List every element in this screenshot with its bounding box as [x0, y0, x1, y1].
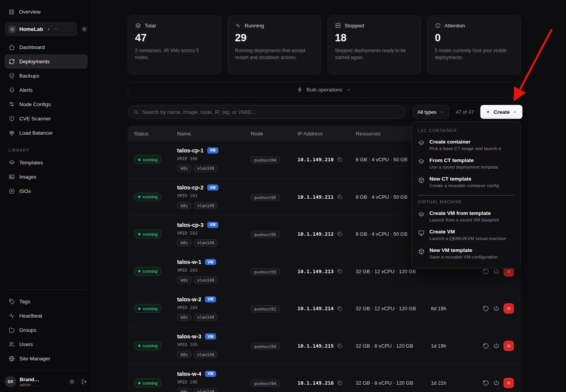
stop-button[interactable] [503, 341, 514, 351]
tag-chip[interactable]: vlan149 [194, 276, 218, 284]
sidebar-item-load-balancer[interactable]: Load Balancer [5, 126, 88, 140]
alert-circle-icon [435, 22, 441, 29]
menu-item-create-vm[interactable]: Create VMLaunch a QEMU/KVM virtual machi… [418, 226, 514, 244]
copy-icon[interactable] [337, 380, 343, 386]
sidebar-item-users[interactable]: Users [5, 337, 88, 351]
org-settings-gear-icon[interactable] [81, 26, 88, 32]
disc-icon [8, 188, 15, 194]
node-chip[interactable]: pvehost05 [251, 194, 280, 201]
user-settings-gear-icon[interactable] [69, 378, 75, 385]
sidebar-item-dashboard[interactable]: Dashboard [5, 40, 88, 54]
node-chip[interactable]: pvehost02 [251, 305, 280, 313]
deployment-name[interactable]: talos-w-2 [177, 296, 201, 302]
menu-item-create-container[interactable]: Create containerPick a base CT image and… [418, 136, 514, 154]
menu-item-create-vm-from-template[interactable]: Create VM from templateLaunch from a sav… [418, 207, 514, 226]
sidebar-item-images[interactable]: Images [5, 170, 88, 184]
node-chip[interactable]: pvehost04 [251, 156, 280, 164]
pulse-icon [8, 313, 15, 319]
tag-chip[interactable]: k8s [177, 351, 191, 358]
status-badge: running [134, 155, 162, 164]
deployment-name[interactable]: talos-cp-3 [177, 222, 204, 228]
monitor-icon [418, 230, 425, 237]
grid-icon [8, 9, 15, 15]
tag-chip[interactable]: k8s [177, 165, 191, 172]
sidebar-item-backups[interactable]: Backups [5, 69, 88, 83]
node-chip[interactable]: pvehost03 [251, 268, 280, 275]
tag-chip[interactable]: k8s [177, 314, 191, 321]
menu-item-title: Create VM [429, 229, 506, 235]
server-icon [335, 22, 341, 29]
copy-icon[interactable] [337, 231, 343, 237]
menu-item-from-ct-template[interactable]: From CT templateUse a saved deployment t… [418, 154, 514, 173]
image-icon [8, 174, 15, 180]
tag-chip[interactable]: vlan149 [194, 388, 218, 392]
restart-button[interactable] [483, 305, 489, 312]
deployment-name[interactable]: talos-cp-2 [177, 184, 204, 191]
sidebar-item-groups[interactable]: Groups [5, 323, 88, 337]
sidebar-item-label: Deployments [19, 59, 50, 64]
menu-divider [418, 195, 514, 196]
deployment-name[interactable]: talos-w-1 [177, 259, 201, 265]
copy-icon[interactable] [337, 306, 343, 311]
tag-chip[interactable]: k8s [177, 202, 191, 209]
sidebar-item-alerts[interactable]: Alerts [5, 83, 88, 97]
sidebar-item-templates[interactable]: Templates [5, 155, 88, 170]
node-chip[interactable]: pvehost05 [251, 231, 280, 238]
search-input[interactable] [142, 109, 401, 115]
stat-card-running: Running29Running deployments that accept… [228, 15, 321, 74]
chevron-down-icon [53, 27, 58, 32]
tag-chip[interactable]: vlan149 [194, 314, 218, 321]
stop-button[interactable] [503, 378, 514, 388]
create-button[interactable]: Create [480, 105, 522, 119]
type-filter-select[interactable]: All types [413, 105, 449, 119]
sidebar-item-isos[interactable]: ISOs [5, 184, 88, 198]
tag-chip[interactable]: vlan149 [194, 351, 218, 358]
vmid-label: VMID 101 [177, 193, 251, 198]
menu-item-new-ct-template[interactable]: New CT templateCreate a reusable contain… [418, 173, 514, 191]
tag-chip[interactable]: k8s [177, 276, 191, 284]
org-switcher[interactable]: HomeLab [5, 22, 77, 36]
ip-address: 10.1.149.213 [297, 269, 334, 274]
restart-button[interactable] [483, 380, 489, 386]
logout-icon[interactable] [81, 378, 88, 385]
sidebar-item-heartbeat[interactable]: Heartbeat [5, 309, 88, 323]
copy-icon[interactable] [337, 194, 343, 200]
copy-icon[interactable] [337, 269, 343, 274]
tag-chip[interactable]: k8s [177, 388, 191, 392]
sidebar-item-deployments[interactable]: Deployments [5, 54, 88, 69]
sidebar-item-overview[interactable]: Overview [5, 5, 88, 19]
status-badge: running [134, 378, 162, 387]
package-icon [418, 248, 425, 255]
deployment-name[interactable]: talos-w-4 [177, 371, 201, 377]
shutdown-button[interactable] [493, 268, 500, 275]
sidebar-item-label: Load Balancer [19, 130, 53, 136]
sidebar-item-tags[interactable]: Tags [5, 294, 88, 309]
node-chip[interactable]: pvehost04 [251, 380, 280, 387]
avatar[interactable]: BR [5, 376, 16, 387]
shutdown-button[interactable] [493, 343, 500, 349]
tag-chip[interactable]: vlan149 [194, 165, 218, 172]
shutdown-button[interactable] [493, 380, 500, 386]
restart-button[interactable] [483, 268, 489, 275]
sidebar-item-cve-scanner[interactable]: CVE Scanner [5, 112, 88, 126]
deployment-name[interactable]: talos-cp-1 [177, 147, 204, 154]
tag-chip[interactable]: k8s [177, 239, 191, 247]
copy-icon[interactable] [337, 157, 343, 162]
menu-item-new-vm-template[interactable]: New VM templateSave a reusable VM config… [418, 244, 514, 263]
tag-chip[interactable]: vlan149 [194, 202, 218, 209]
stop-button[interactable] [503, 303, 514, 314]
deployment-name[interactable]: talos-w-3 [177, 333, 201, 340]
sidebar-item-node-configs[interactable]: Node Configs [5, 97, 88, 112]
copy-icon[interactable] [337, 343, 343, 349]
shutdown-button[interactable] [493, 305, 500, 312]
node-chip[interactable]: pvehost04 [251, 343, 280, 350]
restart-button[interactable] [483, 343, 489, 349]
ip-address: 10.1.149.212 [297, 231, 334, 237]
vmid-label: VMID 106 [177, 380, 251, 385]
column-header-node: Node [251, 131, 297, 137]
menu-section-header: VIRTUAL MACHINE [418, 199, 514, 204]
sidebar-divider [6, 289, 86, 290]
bulk-operations-bar[interactable]: Bulk operations [128, 82, 521, 98]
sidebar-item-site-manager[interactable]: Site Manager [5, 351, 88, 366]
tag-chip[interactable]: vlan149 [194, 239, 218, 247]
